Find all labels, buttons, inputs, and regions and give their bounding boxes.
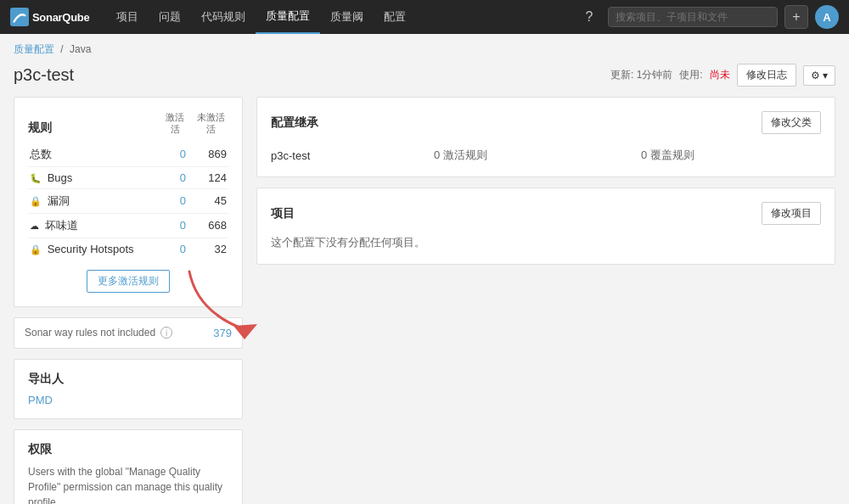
- config-profile-name: p3c-test: [271, 149, 407, 162]
- main-content: 规则 激活活 未激活活 总数 0 869: [0, 97, 849, 504]
- row-label-total: 总数: [28, 143, 157, 167]
- sonar-way-label: Sonar way rules not included i: [25, 327, 172, 339]
- help-icon[interactable]: ?: [577, 5, 601, 29]
- projects-header: 项目 修改项目: [271, 202, 821, 225]
- breadcrumb-separator: /: [60, 43, 63, 55]
- projects-card: 项目 修改项目 这个配置下没有分配任何项目。: [256, 188, 835, 265]
- update-time: 更新: 1分钟前: [610, 68, 672, 82]
- rules-col-headers: 激活活 未激活活: [157, 111, 228, 136]
- row-inactive-total: 869: [193, 143, 228, 167]
- top-nav: SonarQube 项目 问题 代码规则 质量配置 质量阈 配置 ? + A: [0, 0, 849, 34]
- exporter-title: 导出人: [28, 372, 228, 387]
- sonar-way-bar: Sonar way rules not included i 379: [14, 317, 243, 349]
- sonar-way-text: Sonar way rules not included: [25, 327, 155, 339]
- logo-text: SonarQube: [32, 11, 89, 24]
- cloud-icon: ☁: [30, 221, 39, 231]
- config-inheritance-row: p3c-test 0 激活规则 0 覆盖规则: [271, 148, 821, 163]
- table-row: 🔒 漏洞 0 45: [28, 188, 228, 213]
- permissions-description: Users with the global "Manage Quality Pr…: [28, 464, 228, 504]
- breadcrumb: 质量配置 / Java: [0, 34, 849, 60]
- nav-item-admin[interactable]: 配置: [374, 0, 416, 34]
- row-inactive-vuln: 45: [193, 188, 228, 213]
- right-panel: 配置继承 修改父类 p3c-test 0 激活规则 0 覆盖规则 项目 修改项目…: [256, 97, 835, 265]
- col-header-active: 激活活: [157, 111, 193, 136]
- security-icon: 🔒: [30, 244, 42, 255]
- edit-parent-button[interactable]: 修改父类: [762, 111, 821, 134]
- page-title: p3c-test: [14, 65, 74, 85]
- settings-button[interactable]: ⚙ ▾: [803, 65, 835, 86]
- row-active-vuln: 0: [157, 188, 193, 213]
- nav-item-projects[interactable]: 项目: [106, 0, 149, 34]
- table-row: ☁ 坏味道 0 668: [28, 213, 228, 238]
- config-inheritance-title: 配置继承: [271, 115, 318, 131]
- row-label-bugs: 🐛 Bugs: [28, 166, 157, 188]
- nav-item-quality-profiles[interactable]: 质量配置: [256, 0, 320, 34]
- row-inactive-hotspot: 32: [193, 238, 228, 260]
- permissions-card: 权限 Users with the global "Manage Quality…: [14, 429, 243, 504]
- header-actions: 更新: 1分钟前 使用: 尚未 修改日志 ⚙ ▾: [610, 64, 835, 87]
- config-active-rules: 0 激活规则: [434, 148, 614, 163]
- projects-title: 项目: [271, 206, 295, 221]
- row-active-total: 0: [157, 143, 193, 167]
- rules-card: 规则 激活活 未激活活 总数 0 869: [14, 97, 243, 307]
- usage-label: 使用:: [679, 68, 702, 82]
- col-header-inactive: 未激活活: [193, 111, 228, 136]
- rules-table: 总数 0 869 🐛 Bugs 0 124: [28, 143, 228, 260]
- edit-projects-button[interactable]: 修改项目: [762, 202, 821, 225]
- logo[interactable]: SonarQube: [10, 8, 89, 26]
- row-label-vuln: 🔒 漏洞: [28, 188, 157, 213]
- rules-title: 规则: [28, 120, 52, 136]
- table-row: 🔒 Security Hotspots 0 32: [28, 238, 228, 260]
- row-label-smell: ☁ 坏味道: [28, 213, 157, 238]
- row-active-bugs: 0: [157, 166, 193, 188]
- sonar-logo-icon: [10, 8, 29, 26]
- sonar-way-count: 379: [213, 327, 232, 339]
- left-panel: 规则 激活活 未激活活 总数 0 869: [14, 97, 243, 504]
- table-row: 🐛 Bugs 0 124: [28, 166, 228, 188]
- sonar-way-info-icon[interactable]: i: [160, 327, 172, 339]
- lock-icon: 🔒: [30, 196, 42, 206]
- nav-item-quality-gates[interactable]: 质量阈: [320, 0, 374, 34]
- nav-item-issues[interactable]: 问题: [149, 0, 191, 34]
- row-inactive-bugs: 124: [193, 166, 228, 188]
- row-inactive-smell: 668: [193, 213, 228, 238]
- user-avatar[interactable]: A: [815, 5, 839, 29]
- more-rules-button[interactable]: 更多激活规则: [87, 270, 170, 293]
- bug-icon: 🐛: [30, 173, 42, 183]
- config-inheritance-card: 配置继承 修改父类 p3c-test 0 激活规则 0 覆盖规则: [256, 97, 835, 177]
- exporter-link[interactable]: PMD: [28, 394, 53, 406]
- changelog-button[interactable]: 修改日志: [737, 64, 796, 87]
- row-active-smell: 0: [157, 213, 193, 238]
- config-inheritance-header: 配置继承 修改父类: [271, 111, 821, 134]
- row-active-hotspot: 0: [157, 238, 193, 260]
- nav-item-rules[interactable]: 代码规则: [191, 0, 256, 34]
- config-override-rules: 0 覆盖规则: [641, 148, 821, 163]
- breadcrumb-current: Java: [70, 43, 91, 55]
- exporter-card: 导出人 PMD: [14, 359, 243, 419]
- projects-empty-message: 这个配置下没有分配任何项目。: [271, 235, 821, 250]
- nav-right: ? + A: [577, 5, 839, 29]
- usage-value: 尚未: [710, 68, 730, 82]
- rules-header-row: 规则 激活活 未激活活: [28, 111, 228, 136]
- page-header: p3c-test 更新: 1分钟前 使用: 尚未 修改日志 ⚙ ▾: [0, 60, 849, 97]
- permissions-title: 权限: [28, 442, 228, 457]
- add-icon[interactable]: +: [784, 5, 808, 29]
- table-row: 总数 0 869: [28, 143, 228, 167]
- row-label-hotspot: 🔒 Security Hotspots: [28, 238, 157, 260]
- breadcrumb-parent[interactable]: 质量配置: [14, 43, 54, 55]
- global-search-input[interactable]: [608, 7, 778, 27]
- svg-rect-0: [10, 8, 29, 26]
